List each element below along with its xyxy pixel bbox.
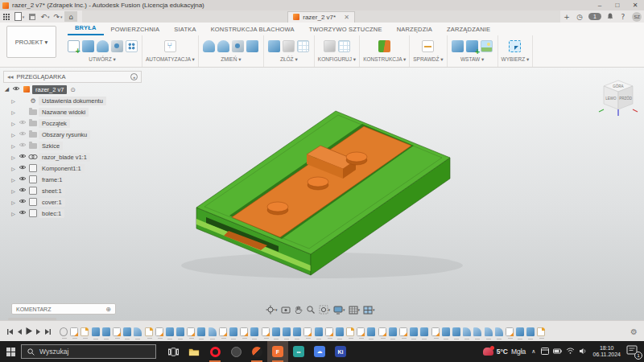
browser-item-bolec-1[interactable]: ▷bolec:1 (3, 208, 142, 219)
timeline-skip-start-button[interactable] (6, 324, 14, 339)
timeline-feature-extrude[interactable] (102, 327, 110, 336)
browser-item-frame-1[interactable]: ▷frame:1 (3, 174, 142, 185)
timeline-skip-end-button[interactable] (44, 324, 52, 339)
pattern-icon[interactable] (126, 40, 138, 52)
taskbar-app-file-explorer[interactable] (184, 341, 204, 362)
toolbar-group-label[interactable]: ZŁÓŻ ▾ (280, 56, 298, 63)
new-sketch-icon[interactable] (68, 40, 80, 52)
timeline-feature-extrude[interactable] (367, 327, 375, 336)
display-settings-icon[interactable]: ▾ (333, 306, 345, 315)
document-tab-close-icon[interactable]: ✕ (344, 14, 349, 21)
taskbar-app-app-cloud[interactable]: ☁ (309, 341, 330, 362)
timeline-feature-fillet[interactable] (134, 327, 142, 336)
browser-item-cover-1[interactable]: ▷cover:1 (3, 196, 142, 208)
browser-item-obszary-rysunku[interactable]: ▷Obszary rysunku (3, 129, 142, 140)
timeline-feature-extrude[interactable] (229, 327, 237, 336)
taskbar-app-fusion-360[interactable]: F (267, 341, 288, 362)
timeline-feature-sketch[interactable] (378, 327, 386, 336)
new-component-icon[interactable] (268, 40, 280, 52)
derive-icon[interactable] (452, 40, 464, 52)
timeline-feature-extrude[interactable] (92, 327, 100, 336)
toolbar-group-label[interactable]: AUTOMATYZACJA ▾ (146, 56, 195, 63)
grid-settings-icon[interactable]: ▾ (349, 306, 361, 315)
timeline-feature-extrude[interactable] (526, 327, 535, 336)
ribbon-tab-bryła[interactable]: BRYŁA (68, 22, 104, 35)
timeline-feature-extrude[interactable] (410, 327, 418, 336)
construction-plane-icon[interactable] (378, 40, 390, 52)
zoom-icon[interactable] (306, 305, 316, 315)
browser-item-nazwane-widoki[interactable]: ▷Nazwane widoki (3, 106, 142, 117)
timeline-feature-extrude[interactable] (420, 327, 428, 336)
timeline-feature-sketch[interactable] (357, 327, 365, 336)
browser-item-pocz-tek[interactable]: ▷Początek (3, 117, 142, 129)
timeline-feature-extrude[interactable] (283, 327, 291, 336)
visibility-eye-icon[interactable] (17, 164, 27, 172)
timeline-feature-extrude[interactable] (336, 327, 344, 336)
start-button[interactable] (0, 341, 21, 362)
minimize-button[interactable]: – (591, 0, 609, 10)
expander-icon[interactable]: ▷ (10, 211, 17, 216)
taskbar-clock[interactable]: 18:10 06.11.2024 (592, 345, 621, 358)
timeline-feature-extrude[interactable] (293, 327, 301, 336)
visibility-eye-icon[interactable] (17, 130, 27, 138)
toolbar-group-label[interactable]: UTWÓRZ ▾ (89, 56, 116, 63)
shell-icon[interactable] (232, 40, 244, 52)
undo-icon[interactable]: ↶▾ (39, 11, 52, 22)
taskbar-app-kicad[interactable]: Ki (330, 341, 351, 362)
timeline-feature-sketch[interactable] (187, 327, 195, 336)
timeline-feature-sketch[interactable] (113, 327, 121, 336)
timeline-feature-extrude[interactable] (272, 327, 280, 336)
battery-icon[interactable] (553, 348, 562, 356)
expander-icon[interactable]: ▷ (10, 98, 17, 104)
expander-icon[interactable]: ▷ (10, 200, 17, 205)
fit-icon[interactable]: ▾ (319, 305, 331, 315)
avatar[interactable]: SZ (632, 12, 642, 22)
timeline-feature-extrude[interactable] (516, 327, 524, 336)
visibility-eye-icon[interactable] (17, 198, 27, 206)
document-tab[interactable]: razer_2 v7* ✕ (287, 11, 355, 23)
ribbon-tab-tworzywo-sztuczne[interactable]: TWORZYWO SZTUCZNE (302, 23, 390, 35)
browser-item-komponent1-1[interactable]: ▷Komponent1:1 (3, 162, 142, 174)
configuration-icon[interactable] (324, 40, 336, 52)
viewports-icon[interactable]: ▾ (363, 306, 375, 315)
taskbar-search-input[interactable]: Wyszukaj (21, 344, 156, 359)
toolbar-group-label[interactable]: WYBIERZ ▾ (502, 56, 530, 63)
canvas-icon[interactable] (481, 40, 493, 52)
timeline-step-back-button[interactable] (16, 324, 23, 339)
browser-header[interactable]: ◂◂ PRZEGLĄDARKA ● (3, 71, 142, 83)
ribbon-tab-powierzchnia[interactable]: POWIERZCHNIA (104, 23, 167, 35)
expander-icon[interactable]: ▷ (10, 121, 17, 126)
timeline-feature-fillet[interactable] (463, 327, 471, 336)
revolve-icon[interactable] (97, 40, 109, 52)
expander-icon[interactable]: ▷ (10, 143, 17, 149)
timeline-feature-sketch[interactable] (70, 327, 78, 336)
taskbar-app-opera-browser[interactable] (204, 341, 225, 362)
activate-radio-icon[interactable]: ⊙ (70, 86, 75, 93)
timeline-feature-extrude[interactable] (197, 327, 205, 336)
timeline-feature-extrude[interactable] (166, 327, 174, 336)
toolbar-group-label[interactable]: WSTAW ▾ (460, 56, 484, 63)
timeline-feature-extrude[interactable] (452, 327, 460, 336)
timeline-step-forward-button[interactable] (35, 324, 42, 339)
weather-widget[interactable]: 5°C Mgła (483, 348, 526, 356)
timeline-feature-sketch[interactable] (325, 327, 333, 336)
toolbar-group-label[interactable]: KONSTRUKCJA ▾ (363, 56, 406, 63)
timeline-feature-extrude[interactable] (176, 327, 184, 336)
extrude-icon[interactable] (82, 40, 94, 52)
timeline-settings-icon[interactable]: ⚙ (630, 327, 638, 336)
config-table-icon[interactable] (338, 40, 350, 52)
expander-icon[interactable]: ▷ (10, 188, 17, 194)
timeline-feature-extrude[interactable] (250, 327, 258, 336)
timeline-feature-form[interactable] (537, 327, 545, 336)
browser-filter-icon[interactable]: ● (130, 73, 138, 80)
view-cube[interactable]: GÓRA LEWO PRZÓD (597, 77, 639, 122)
taskbar-app-browser-orange[interactable] (246, 341, 267, 362)
tray-chevron-icon[interactable]: ∧ (531, 348, 535, 355)
timeline-feature-sketch[interactable] (431, 327, 440, 336)
ribbon-tab-narzędzia[interactable]: NARZĘDZIA (390, 23, 440, 35)
browser-item-razor-blade-v1-1[interactable]: ▷razor_blade v1:1 (3, 151, 142, 162)
timeline-feature-fillet[interactable] (208, 327, 217, 336)
ribbon-tab-zarządzanie[interactable]: ZARZĄDZANIE (440, 23, 497, 35)
timeline-feature-sketch[interactable] (262, 327, 270, 336)
action-center-icon[interactable]: 1 (626, 345, 641, 358)
